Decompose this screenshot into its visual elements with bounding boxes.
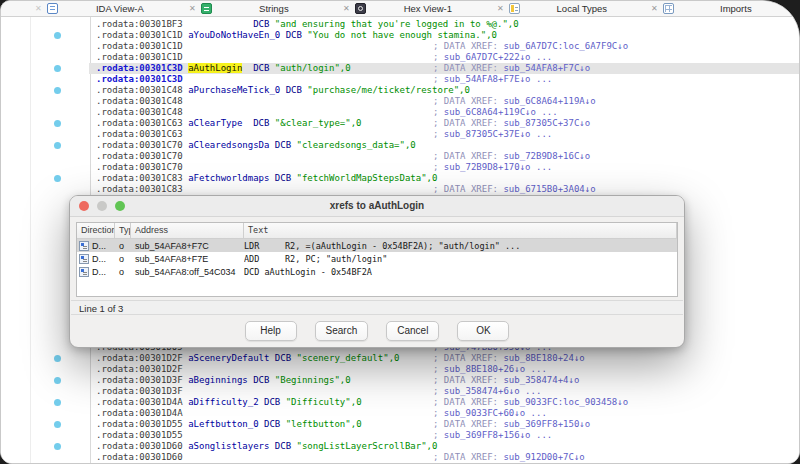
search-button[interactable]: Search bbox=[315, 321, 369, 341]
xref-comment: ; sub_6A7D7C+222↓o ... bbox=[433, 52, 552, 63]
string-name: aSceneryDefault bbox=[188, 353, 269, 363]
tab-close-icon[interactable]: ✕ bbox=[651, 1, 658, 17]
string-marker-dot bbox=[54, 120, 61, 127]
xref-comment: ; DATA XREF: sub_54AFA8+F7C↓o bbox=[433, 63, 590, 74]
listing-line[interactable]: .rodata:00301D2F aSceneryDefault DCB "sc… bbox=[96, 353, 799, 364]
xref-row[interactable]: D...osub_54AFA8:off_54C034DCD aAuthLogin… bbox=[77, 265, 677, 278]
listing-line[interactable]: .rodata:00301C70; DATA XREF: sub_72B9D8+… bbox=[96, 151, 799, 162]
xref-direction-label: D... bbox=[92, 267, 106, 277]
tab-label: Hex View-1 bbox=[371, 3, 485, 14]
listing-line[interactable]: .rodata:00301D2F; sub_8BE180+26↓o ... bbox=[96, 364, 799, 375]
xref-table-body: D...osub_54AFA8+F7CLDR R2, =(aAuthLogin … bbox=[77, 239, 677, 278]
comment-xref-target: sub_72B9D8+170↓o ... bbox=[444, 162, 552, 172]
listing-line[interactable]: .rodata:00301D55 aLeftbutton_0 DCB "left… bbox=[96, 419, 799, 430]
listing-line[interactable]: .rodata:00301D3F; sub_358474+6↓o ... bbox=[96, 386, 799, 397]
comment-prefix: ; DATA XREF: bbox=[433, 118, 503, 128]
column-header-typ[interactable]: Typ bbox=[115, 223, 131, 238]
xref-comment: ; DATA XREF: sub_9033FC:loc_903458↓o bbox=[433, 397, 628, 408]
listing-block-bottom: .rodata:00301D05; sub_747BB0+550↓o ....r… bbox=[96, 342, 799, 464]
tab-strings[interactable]: ✕Strings bbox=[183, 1, 337, 16]
xref-comment: ; DATA XREF: sub_6715B0+3A04↓o bbox=[433, 184, 596, 195]
listing-address: .rodata:00301C63 bbox=[96, 118, 183, 128]
string-marker-dot bbox=[54, 32, 61, 39]
xref-address-cell: sub_54AFA8+F7C bbox=[131, 241, 244, 251]
help-button[interactable]: Help bbox=[245, 321, 297, 341]
comment-xref-target: sub_6715B0+3A04↓o bbox=[503, 184, 595, 194]
string-name: aFetchworldmaps bbox=[188, 173, 269, 183]
xref-row[interactable]: D...osub_54AFA8+F7CLDR R2, =(aAuthLogin … bbox=[77, 239, 677, 252]
string-marker-dot bbox=[54, 399, 61, 406]
xref-comment: ; sub_72B9D8+170↓o ... bbox=[433, 162, 552, 173]
listing-line[interactable]: .rodata:00301D60 aSonglistlayers DCB "so… bbox=[96, 441, 799, 452]
comment-xref-target: sub_9033FC:loc_903458↓o bbox=[503, 397, 628, 407]
listing-line[interactable]: .rodata:00301C70 aClearedsongsDa DCB "cl… bbox=[96, 140, 799, 151]
tab-local-types[interactable]: ✕Local Types bbox=[491, 1, 645, 16]
xref-table: DirectionTypAddressText D...osub_54AFA8+… bbox=[76, 222, 678, 297]
listing-address: .rodata:00301D2F bbox=[96, 364, 183, 374]
listing-address: .rodata:00301C83 bbox=[96, 184, 183, 194]
tab-label: Strings bbox=[217, 3, 331, 14]
tab-close-icon[interactable]: ✕ bbox=[497, 1, 504, 17]
string-literal: "Difficulty",0 bbox=[286, 397, 362, 407]
xref-comment: ; DATA XREF: sub_912D00+7C↓o bbox=[433, 452, 585, 463]
tab-close-icon[interactable]: ✕ bbox=[189, 1, 196, 17]
ok-button[interactable]: OK bbox=[457, 321, 509, 341]
cancel-button[interactable]: Cancel bbox=[386, 321, 439, 341]
column-header-address[interactable]: Address bbox=[131, 223, 244, 238]
listing-line[interactable]: .rodata:00301C1D; sub_6A7D7C+222↓o ... bbox=[96, 52, 799, 63]
xref-comment: ; sub_369FF8+156↓o ... bbox=[433, 430, 552, 441]
listing-line[interactable]: .rodata:00301C48 aPurchaseMeTick_0 DCB "… bbox=[96, 85, 799, 96]
tab-close-icon[interactable]: ✕ bbox=[343, 1, 350, 17]
comment-xref-target: sub_358474+6↓o ... bbox=[444, 386, 542, 396]
listing-line[interactable]: .rodata:00301D4A aDifficulty_2 DCB "Diff… bbox=[96, 397, 799, 408]
comment-xref-target: sub_54AFA8+F7C↓o bbox=[503, 63, 590, 73]
string-name: aAuthLogin bbox=[188, 63, 242, 73]
listing-line[interactable]: .rodata:00301D4A; sub_9033FC+60↓o ... bbox=[96, 408, 799, 419]
tab-imports[interactable]: ✕Imports bbox=[645, 1, 799, 16]
listing-address: .rodata:00301D2F bbox=[96, 353, 183, 363]
comment-xref-target: sub_87305C+37E↓o ... bbox=[444, 129, 552, 139]
listing-line[interactable]: .rodata:00301C63; sub_87305C+37E↓o ... bbox=[96, 129, 799, 140]
xref-text-cell: LDR R2, =(aAuthLogin - 0x54BF2A); "auth/… bbox=[244, 241, 677, 251]
listing-line[interactable]: .rodata:00301BF3 DCB "and ensuring that … bbox=[96, 19, 799, 30]
xref-text-cell: DCD aAuthLogin - 0x54BF2A bbox=[244, 267, 677, 277]
comment-prefix: ; DATA XREF: bbox=[433, 419, 503, 429]
listing-line[interactable]: .rodata:00301C1D aYouDoNotHaveEn_0 DCB "… bbox=[96, 30, 799, 41]
listing-address: .rodata:00301C1D bbox=[96, 52, 183, 62]
tab-ida-view-a[interactable]: ✕IDA View-A bbox=[29, 1, 183, 16]
listing-line[interactable]: .rodata:00301C48; DATA XREF: sub_6C8A64+… bbox=[96, 96, 799, 107]
directive-keyword: DCB bbox=[253, 19, 269, 29]
listing-line[interactable]: .rodata:00301D55; sub_369FF8+156↓o ... bbox=[96, 430, 799, 441]
listing-line[interactable]: .rodata:00301C3D aAuthLogin DCB "auth/lo… bbox=[96, 63, 799, 74]
column-header-text[interactable]: Text bbox=[244, 223, 677, 238]
listing-line[interactable]: .rodata:00301C3D; sub_54AFA8+F7E↓o ... bbox=[96, 74, 799, 85]
comment-xref-target: sub_912D00+7C↓o bbox=[503, 452, 584, 462]
comment-prefix: ; DATA XREF: bbox=[433, 151, 503, 161]
string-marker-dot bbox=[54, 443, 61, 450]
xref-row[interactable]: D...osub_54AFA8+F7EADD R2, PC; "auth/log… bbox=[77, 252, 677, 265]
listing-line[interactable]: .rodata:00301D60; DATA XREF: sub_912D00+… bbox=[96, 452, 799, 463]
listing-line[interactable]: .rodata:00301C83; DATA XREF: sub_6715B0+… bbox=[96, 184, 799, 195]
listing-line[interactable]: .rodata:00301C48; sub_6C8A64+119C↓o ... bbox=[96, 107, 799, 118]
xref-item-icon bbox=[79, 241, 89, 251]
tab-hex-view-1[interactable]: ✕Hex View-1 bbox=[337, 1, 491, 16]
listing-address: .rodata:00301C3D bbox=[96, 74, 183, 84]
listing-line[interactable]: .rodata:00301C83 aFetchworldmaps DCB "fe… bbox=[96, 173, 799, 184]
xref-address-cell: sub_54AFA8+F7E bbox=[131, 254, 244, 264]
comment-prefix: ; bbox=[433, 408, 444, 418]
listing-address: .rodata:00301C48 bbox=[96, 96, 183, 106]
listing-line[interactable]: .rodata:00301C1D; DATA XREF: sub_6A7D7C:… bbox=[96, 41, 799, 52]
navigation-band-divider bbox=[30, 17, 31, 463]
column-header-direction[interactable]: Direction bbox=[77, 223, 115, 238]
comment-xref-target: sub_6A7D7C:loc_6A7F9C↓o bbox=[503, 41, 628, 51]
listing-line[interactable]: .rodata:00301C63 aClearType DCB "&clear_… bbox=[96, 118, 799, 129]
tab-label: IDA View-A bbox=[63, 3, 177, 14]
listing-line[interactable]: .rodata:00301D3F aBeginnings DCB "Beginn… bbox=[96, 375, 799, 386]
string-literal: "and ensuring that you're logged in to %… bbox=[275, 19, 519, 29]
xref-type-cell: o bbox=[115, 267, 131, 277]
comment-xref-target: sub_6C8A64+119A↓o bbox=[503, 96, 595, 106]
dialog-titlebar[interactable]: xrefs to aAuthLogin bbox=[70, 196, 684, 217]
tab-close-icon[interactable]: ✕ bbox=[35, 1, 42, 17]
string-marker-dot bbox=[54, 175, 61, 182]
listing-line[interactable]: .rodata:00301C70; sub_72B9D8+170↓o ... bbox=[96, 162, 799, 173]
